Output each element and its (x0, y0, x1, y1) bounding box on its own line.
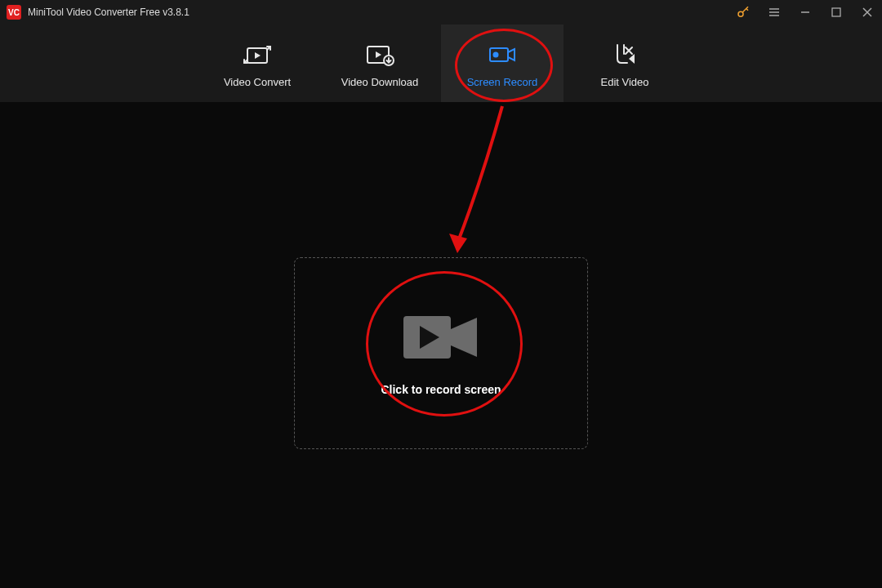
svg-marker-9 (255, 52, 261, 59)
svg-marker-16 (629, 54, 635, 64)
convert-icon (243, 38, 271, 71)
maximize-button[interactable] (828, 4, 844, 20)
tab-label: Edit Video (600, 76, 648, 88)
close-button[interactable] (859, 4, 875, 20)
tab-label: Video Download (341, 76, 418, 88)
tab-edit-video[interactable]: Edit Video (564, 24, 686, 102)
download-icon (365, 38, 394, 71)
content-area: Click to record screen (0, 102, 882, 588)
svg-marker-11 (376, 51, 381, 58)
app-logo-icon: VC (7, 5, 21, 20)
tab-video-convert[interactable]: Video Convert (196, 24, 318, 102)
record-button[interactable]: Click to record screen (294, 257, 588, 449)
tab-screen-record[interactable]: Screen Record (441, 24, 564, 102)
main-tabs: Video Convert Video Download Screen Reco… (0, 24, 882, 102)
svg-rect-5 (832, 8, 840, 16)
app-title: MiniTool Video Converter Free v3.8.1 (28, 7, 735, 18)
svg-marker-14 (508, 49, 514, 60)
svg-marker-18 (451, 318, 477, 357)
svg-point-15 (493, 52, 499, 58)
minimize-button[interactable] (797, 4, 813, 20)
record-prompt: Click to record screen (381, 383, 501, 396)
window-controls (735, 4, 875, 20)
svg-point-0 (738, 11, 743, 16)
tab-label: Video Convert (224, 76, 291, 88)
tab-video-download[interactable]: Video Download (318, 24, 441, 102)
key-icon[interactable] (735, 4, 751, 20)
record-camera-icon (400, 311, 482, 367)
svg-rect-13 (490, 48, 508, 61)
menu-icon[interactable] (766, 4, 782, 20)
tab-label: Screen Record (467, 76, 538, 88)
titlebar: VC MiniTool Video Converter Free v3.8.1 (0, 0, 882, 24)
camera-icon (488, 38, 517, 71)
edit-icon (612, 38, 637, 71)
